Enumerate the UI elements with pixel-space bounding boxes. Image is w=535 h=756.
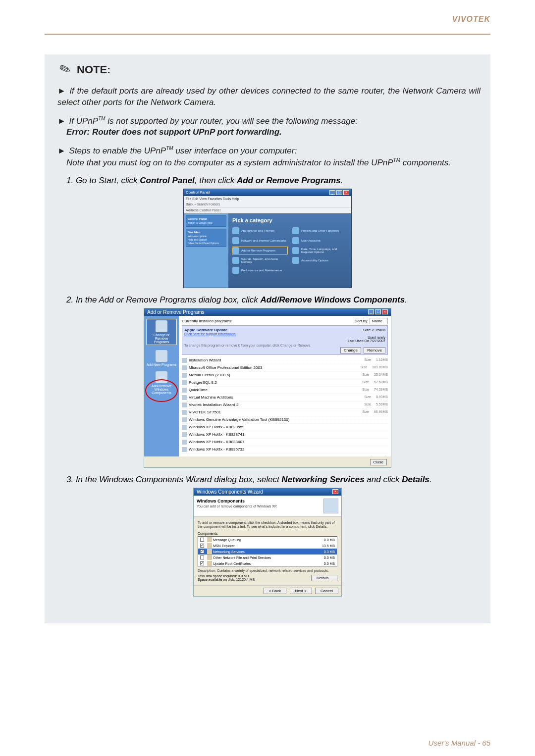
size-label: Size: [364, 358, 371, 363]
pencil-icon: ✎: [57, 60, 73, 79]
space-required-value: 0.0 MB: [238, 574, 249, 578]
cp-switch-view[interactable]: Switch to Classic View: [188, 221, 224, 224]
maximize-icon[interactable]: □: [336, 190, 342, 195]
arp-program-row[interactable]: Mozilla Firefox (2.0.0.6)Size20.34MB: [182, 372, 388, 379]
cp-category[interactable]: Network and Internet Connections: [232, 237, 287, 244]
windows-components-icon: [156, 371, 167, 383]
checkbox[interactable]: [200, 555, 204, 559]
arp-program-row[interactable]: Microsoft Office Professional Edition 20…: [182, 364, 388, 372]
arp-program-row[interactable]: Installation WizardSize1.10MB: [182, 357, 388, 364]
cp-menubar[interactable]: File Edit View Favorites Tools Help: [184, 196, 351, 202]
wcw-component-item[interactable]: Update Root Certificates0.0 MB: [198, 560, 337, 566]
arp-program-row[interactable]: Vivotek Installation Wizard 2Size5.50MB: [182, 402, 388, 409]
wcw-component-item[interactable]: Other Network File and Print Services0.0…: [198, 554, 337, 560]
size-value: 5.50MB: [376, 403, 388, 407]
cp-category[interactable]: User Accounts: [292, 237, 347, 244]
wcw-component-item[interactable]: MSN Explorer13.5 MB: [198, 543, 337, 549]
cp-category[interactable]: Sounds, Speech, and Audio Devices: [232, 257, 287, 264]
cp-see-also-item[interactable]: Other Control Panel Options: [188, 242, 224, 245]
back-button[interactable]: < Back: [264, 588, 287, 594]
checkbox[interactable]: [200, 550, 204, 554]
bullet-1: ► If the default ports are already used …: [57, 86, 481, 108]
arp-support-link[interactable]: Click here for support information.: [184, 332, 385, 336]
cp-sidebar: Control Panel Switch to Classic View See…: [184, 213, 228, 288]
last-used-label: Last Used On: [348, 339, 369, 343]
description-text: Contains a variety of specialized, netwo…: [217, 569, 329, 572]
arp-currently-installed-label: Currently installed programs:: [182, 319, 232, 323]
checkbox[interactable]: [200, 538, 204, 542]
wcw-head-title: Windows Components: [197, 499, 323, 504]
arp-program-list: Installation WizardSize1.10MBMicrosoft O…: [182, 357, 388, 454]
arp-program-row[interactable]: Windows XP Hotfix - KB835732: [182, 446, 388, 454]
components-label: Components:: [198, 532, 337, 535]
wcw-head-subtitle: You can add or remove components of Wind…: [197, 504, 323, 508]
minimize-icon[interactable]: _: [329, 190, 335, 195]
arp-program-row[interactable]: QuickTimeSize74.39MB: [182, 387, 388, 394]
size-value: 74.39MB: [374, 388, 388, 393]
cp-see-also-item[interactable]: Help and Support: [188, 238, 224, 241]
cp-see-also-item[interactable]: Windows Update: [188, 235, 224, 238]
arp-program-row[interactable]: PostgreSQL 8.2Size57.50MB: [182, 379, 388, 387]
details-button[interactable]: Details...: [311, 575, 337, 581]
cp-main: Pick a category Appearance and Themes Pr…: [228, 213, 351, 288]
program-icon: [182, 417, 187, 422]
remove-button[interactable]: Remove: [364, 347, 385, 353]
size-value: 66.96MB: [374, 410, 388, 415]
wcw-components-list[interactable]: Message Queuing0.0 MBMSN Explorer13.5 MB…: [198, 536, 337, 567]
cp-category[interactable]: Appearance and Themes: [232, 227, 287, 234]
close-icon[interactable]: ×: [343, 190, 349, 195]
wcw-component-item[interactable]: Message Queuing0.0 MB: [198, 537, 337, 543]
checkbox[interactable]: [200, 561, 204, 565]
minimize-icon[interactable]: _: [368, 309, 374, 314]
cp-category-add-remove[interactable]: Add or Remove Programs: [232, 247, 287, 254]
checkbox[interactable]: [200, 544, 204, 548]
arp-program-row[interactable]: Windows XP Hotfix - KB833407: [182, 439, 388, 446]
maximize-icon[interactable]: □: [375, 309, 381, 314]
close-icon[interactable]: ×: [332, 489, 338, 494]
component-icon: [207, 537, 212, 542]
arp-main: Currently installed programs: Sort by: N…: [179, 316, 391, 456]
cp-category[interactable]: Date, Time, Language, and Regional Optio…: [292, 247, 347, 254]
cp-toolbar[interactable]: Back • Search Folders: [184, 202, 351, 207]
window-controls: _ □ ×: [329, 190, 349, 195]
arp-program-row[interactable]: Windows Genuine Advantage Validation Too…: [182, 416, 388, 424]
close-icon[interactable]: ×: [382, 309, 388, 314]
cp-category[interactable]: Accessibility Options: [292, 257, 347, 264]
cp-address[interactable]: Address Control Panel: [184, 207, 351, 213]
arp-add-windows-components[interactable]: Add/Remove Windows Components: [146, 371, 177, 395]
bullet-3: ► Steps to enable the UPnPTM user interf…: [57, 145, 481, 168]
arp-program-row[interactable]: Virtual Machine AdditionsSize0.93MB: [182, 394, 388, 402]
arp-add-new[interactable]: Add New Programs: [146, 350, 177, 366]
arp-selected-program[interactable]: Apple Software Update Size 2.15MB Click …: [182, 325, 388, 355]
space-available-value: 12125.4 MB: [236, 578, 255, 581]
component-size: 0.3 MB: [324, 550, 335, 554]
program-icon: [182, 373, 187, 378]
arp-sort-select[interactable]: Name: [370, 318, 388, 324]
program-name: PostgreSQL 8.2: [189, 380, 217, 385]
program-icon: [182, 388, 187, 393]
change-button[interactable]: Change: [340, 347, 361, 353]
component-name: MSN Explorer: [213, 544, 235, 548]
wcw-component-item[interactable]: Networking Services0.3 MB: [198, 549, 337, 554]
cp-category[interactable]: Performance and Maintenance: [232, 267, 287, 274]
program-icon: [182, 440, 187, 445]
cp-heading: Pick a category: [232, 217, 347, 223]
note-container: ✎ NOTE: ► If the default ports are alrea…: [45, 54, 490, 623]
close-button[interactable]: Close: [370, 459, 387, 465]
next-button[interactable]: Next >: [290, 588, 312, 594]
windows-components-wizard-screenshot: Windows Components Wizard × Windows Comp…: [193, 488, 342, 597]
wcw-instructions: To add or remove a component, click the …: [198, 521, 337, 529]
space-required-label: Total disk space required:: [198, 574, 237, 578]
cancel-button[interactable]: Cancel: [315, 588, 338, 594]
cp-category[interactable]: Printers and Other Hardware: [292, 227, 347, 234]
brand-header: VIVOTEK: [45, 15, 490, 24]
wcw-title: Windows Components Wizard: [197, 489, 263, 495]
arp-program-row[interactable]: Windows XP Hotfix - KB823559: [182, 424, 388, 431]
arp-program-row[interactable]: Windows XP Hotfix - KB828741: [182, 431, 388, 439]
size-value: 383.00MB: [372, 365, 388, 370]
category-icon: [292, 257, 299, 264]
step-1: 1. Go to Start, click Control Panel, the…: [66, 176, 481, 186]
change-remove-icon: [156, 320, 167, 332]
arp-change-remove[interactable]: Change or Remove Programs: [146, 319, 177, 345]
arp-program-row[interactable]: VIVOTEK ST7501Size66.96MB: [182, 409, 388, 416]
